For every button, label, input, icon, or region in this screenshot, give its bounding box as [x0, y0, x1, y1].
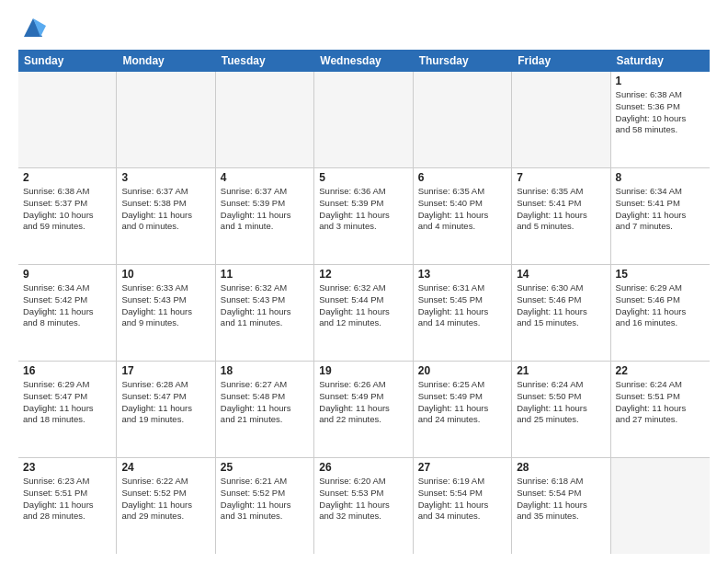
logo-icon — [20, 15, 46, 40]
calendar-cell — [611, 458, 710, 554]
calendar-cell — [512, 72, 610, 167]
day-number: 17 — [121, 364, 210, 377]
day-info: Sunrise: 6:33 AM Sunset: 5:43 PM Dayligh… — [121, 282, 210, 329]
day-number: 4 — [221, 171, 309, 184]
calendar-cell: 2Sunrise: 6:38 AM Sunset: 5:37 PM Daylig… — [18, 168, 117, 264]
calendar-cell — [18, 72, 117, 167]
day-info: Sunrise: 6:35 AM Sunset: 5:40 PM Dayligh… — [418, 186, 506, 233]
calendar-cell: 24Sunrise: 6:22 AM Sunset: 5:52 PM Dayli… — [117, 458, 215, 554]
calendar-cell: 21Sunrise: 6:24 AM Sunset: 5:50 PM Dayli… — [512, 362, 610, 457]
day-number: 9 — [23, 268, 111, 281]
day-info: Sunrise: 6:28 AM Sunset: 5:47 PM Dayligh… — [121, 379, 210, 426]
day-info: Sunrise: 6:31 AM Sunset: 5:45 PM Dayligh… — [418, 282, 506, 329]
calendar-cell: 1Sunrise: 6:38 AM Sunset: 5:36 PM Daylig… — [611, 72, 710, 167]
calendar-cell: 27Sunrise: 6:19 AM Sunset: 5:54 PM Dayli… — [414, 458, 512, 554]
day-info: Sunrise: 6:19 AM Sunset: 5:54 PM Dayligh… — [418, 476, 506, 523]
calendar-week-5: 23Sunrise: 6:23 AM Sunset: 5:51 PM Dayli… — [18, 458, 710, 554]
day-number: 25 — [221, 461, 309, 474]
day-number: 13 — [418, 268, 506, 281]
calendar-cell: 23Sunrise: 6:23 AM Sunset: 5:51 PM Dayli… — [18, 458, 117, 554]
day-info: Sunrise: 6:29 AM Sunset: 5:47 PM Dayligh… — [23, 379, 111, 426]
header-cell-wednesday: Wednesday — [314, 50, 413, 72]
day-number: 6 — [418, 171, 506, 184]
calendar-cell: 14Sunrise: 6:30 AM Sunset: 5:46 PM Dayli… — [512, 265, 610, 361]
calendar-cell: 13Sunrise: 6:31 AM Sunset: 5:45 PM Dayli… — [414, 265, 512, 361]
day-info: Sunrise: 6:30 AM Sunset: 5:46 PM Dayligh… — [517, 282, 605, 329]
day-info: Sunrise: 6:25 AM Sunset: 5:49 PM Dayligh… — [418, 379, 506, 426]
day-info: Sunrise: 6:38 AM Sunset: 5:36 PM Dayligh… — [616, 89, 705, 136]
day-number: 12 — [319, 268, 407, 281]
day-number: 19 — [319, 364, 407, 377]
day-number: 15 — [616, 268, 705, 281]
calendar-week-2: 2Sunrise: 6:38 AM Sunset: 5:37 PM Daylig… — [18, 168, 710, 265]
header — [18, 15, 710, 40]
day-number: 24 — [121, 461, 210, 474]
header-cell-sunday: Sunday — [18, 50, 117, 72]
calendar-cell: 20Sunrise: 6:25 AM Sunset: 5:49 PM Dayli… — [414, 362, 512, 457]
calendar-cell: 18Sunrise: 6:27 AM Sunset: 5:48 PM Dayli… — [216, 362, 314, 457]
day-number: 18 — [221, 364, 309, 377]
day-info: Sunrise: 6:20 AM Sunset: 5:53 PM Dayligh… — [319, 476, 407, 523]
header-cell-friday: Friday — [512, 50, 610, 72]
calendar-cell — [117, 72, 215, 167]
day-info: Sunrise: 6:32 AM Sunset: 5:43 PM Dayligh… — [221, 282, 309, 329]
calendar-cell: 17Sunrise: 6:28 AM Sunset: 5:47 PM Dayli… — [117, 362, 215, 457]
page: SundayMondayTuesdayWednesdayThursdayFrid… — [0, 0, 728, 563]
day-info: Sunrise: 6:24 AM Sunset: 5:50 PM Dayligh… — [517, 379, 605, 426]
calendar-cell — [216, 72, 314, 167]
day-info: Sunrise: 6:37 AM Sunset: 5:39 PM Dayligh… — [221, 186, 309, 233]
calendar: SundayMondayTuesdayWednesdayThursdayFrid… — [18, 50, 710, 554]
day-number: 21 — [517, 364, 605, 377]
day-info: Sunrise: 6:32 AM Sunset: 5:44 PM Dayligh… — [319, 282, 407, 329]
calendar-cell: 12Sunrise: 6:32 AM Sunset: 5:44 PM Dayli… — [314, 265, 413, 361]
day-info: Sunrise: 6:29 AM Sunset: 5:46 PM Dayligh… — [616, 282, 705, 329]
day-number: 14 — [517, 268, 605, 281]
calendar-cell: 11Sunrise: 6:32 AM Sunset: 5:43 PM Dayli… — [216, 265, 314, 361]
calendar-cell: 6Sunrise: 6:35 AM Sunset: 5:40 PM Daylig… — [414, 168, 512, 264]
calendar-cell: 25Sunrise: 6:21 AM Sunset: 5:52 PM Dayli… — [216, 458, 314, 554]
day-number: 10 — [121, 268, 210, 281]
day-info: Sunrise: 6:23 AM Sunset: 5:51 PM Dayligh… — [23, 476, 111, 523]
calendar-cell: 4Sunrise: 6:37 AM Sunset: 5:39 PM Daylig… — [216, 168, 314, 264]
header-cell-monday: Monday — [117, 50, 215, 72]
day-number: 1 — [616, 75, 705, 87]
calendar-week-1: 1Sunrise: 6:38 AM Sunset: 5:36 PM Daylig… — [18, 72, 710, 168]
calendar-header-row: SundayMondayTuesdayWednesdayThursdayFrid… — [18, 50, 710, 72]
calendar-cell: 22Sunrise: 6:24 AM Sunset: 5:51 PM Dayli… — [611, 362, 710, 457]
day-number: 3 — [121, 171, 210, 184]
calendar-cell: 16Sunrise: 6:29 AM Sunset: 5:47 PM Dayli… — [18, 362, 117, 457]
day-number: 20 — [418, 364, 506, 377]
day-info: Sunrise: 6:18 AM Sunset: 5:54 PM Dayligh… — [517, 476, 605, 523]
logo — [18, 15, 46, 40]
day-number: 23 — [23, 461, 111, 474]
day-info: Sunrise: 6:38 AM Sunset: 5:37 PM Dayligh… — [23, 186, 111, 233]
header-cell-tuesday: Tuesday — [216, 50, 314, 72]
calendar-cell: 3Sunrise: 6:37 AM Sunset: 5:38 PM Daylig… — [117, 168, 215, 264]
day-number: 2 — [23, 171, 111, 184]
day-number: 8 — [616, 171, 705, 184]
day-info: Sunrise: 6:21 AM Sunset: 5:52 PM Dayligh… — [221, 476, 309, 523]
day-number: 7 — [517, 171, 605, 184]
day-info: Sunrise: 6:22 AM Sunset: 5:52 PM Dayligh… — [121, 476, 210, 523]
header-cell-saturday: Saturday — [611, 50, 710, 72]
day-number: 22 — [616, 364, 705, 377]
day-info: Sunrise: 6:37 AM Sunset: 5:38 PM Dayligh… — [121, 186, 210, 233]
day-number: 28 — [517, 461, 605, 474]
calendar-cell: 8Sunrise: 6:34 AM Sunset: 5:41 PM Daylig… — [611, 168, 710, 264]
day-info: Sunrise: 6:35 AM Sunset: 5:41 PM Dayligh… — [517, 186, 605, 233]
calendar-cell: 9Sunrise: 6:34 AM Sunset: 5:42 PM Daylig… — [18, 265, 117, 361]
day-number: 26 — [319, 461, 407, 474]
calendar-cell: 10Sunrise: 6:33 AM Sunset: 5:43 PM Dayli… — [117, 265, 215, 361]
calendar-week-4: 16Sunrise: 6:29 AM Sunset: 5:47 PM Dayli… — [18, 362, 710, 458]
day-number: 11 — [221, 268, 309, 281]
calendar-cell: 7Sunrise: 6:35 AM Sunset: 5:41 PM Daylig… — [512, 168, 610, 264]
calendar-body: 1Sunrise: 6:38 AM Sunset: 5:36 PM Daylig… — [18, 72, 710, 554]
calendar-week-3: 9Sunrise: 6:34 AM Sunset: 5:42 PM Daylig… — [18, 265, 710, 362]
day-info: Sunrise: 6:36 AM Sunset: 5:39 PM Dayligh… — [319, 186, 407, 233]
calendar-cell: 5Sunrise: 6:36 AM Sunset: 5:39 PM Daylig… — [314, 168, 413, 264]
day-number: 27 — [418, 461, 506, 474]
calendar-cell: 15Sunrise: 6:29 AM Sunset: 5:46 PM Dayli… — [611, 265, 710, 361]
calendar-cell — [314, 72, 413, 167]
day-number: 16 — [23, 364, 111, 377]
header-cell-thursday: Thursday — [414, 50, 512, 72]
